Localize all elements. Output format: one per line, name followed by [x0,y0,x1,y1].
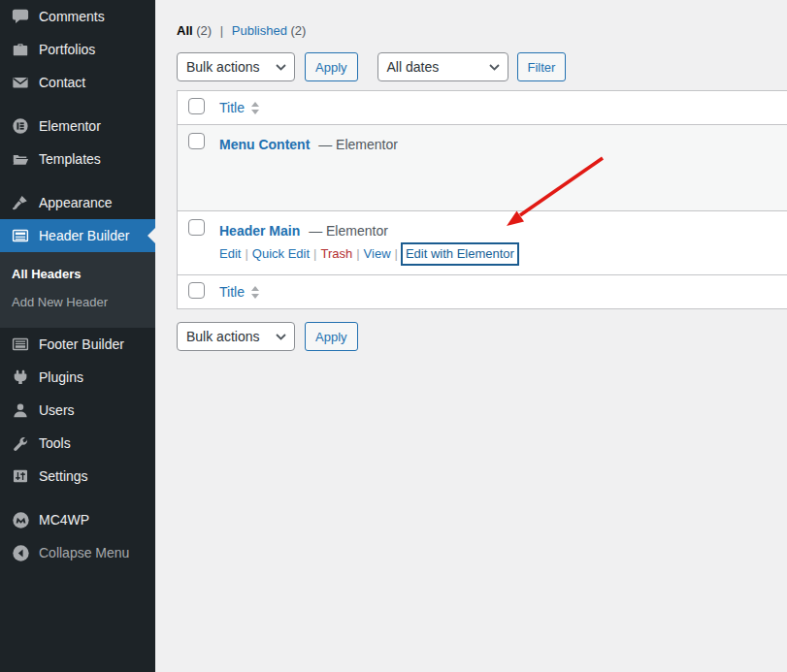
select-all-checkbox[interactable] [188,282,205,299]
action-separator: | [313,246,316,261]
sidebar-item-contact[interactable]: Contact [0,66,155,99]
bulk-actions-select-bottom[interactable]: Bulk actions [177,322,295,351]
sidebar-item-label: Plugins [39,369,83,385]
collapse-menu-button[interactable]: Collapse Menu [0,536,155,569]
admin-sidebar: Comments Portfolios Contact Elementor Te… [0,0,155,672]
table-header-row: Title [178,91,787,124]
sidebar-item-templates[interactable]: Templates [0,143,155,176]
title-column-label: Title [219,284,245,300]
filter-all-count: (2) [196,23,212,38]
trash-action-link[interactable]: Trash [320,246,352,261]
folder-open-icon [11,149,30,169]
sidebar-item-label: Elementor [39,118,101,134]
row-title-cell: Menu Content — Elementor [210,125,787,210]
filter-separator: | [220,23,223,38]
sort-indicator-icon [251,102,259,114]
row-checkbox-cell [178,125,210,152]
settings-icon [11,466,30,486]
post-state-label: — Elementor [318,137,398,152]
edit-with-elementor-link[interactable]: Edit with Elementor [406,246,514,261]
mc4wp-icon [11,510,30,529]
main-content: All (2) | Published (2) Bulk actions App… [155,0,787,672]
title-sort-link[interactable]: Title [219,100,259,115]
sidebar-item-label: Collapse Menu [39,545,129,560]
header-title-cell: Title [210,100,787,115]
footer-layout-icon [11,335,30,354]
sidebar-item-label: Templates [39,151,101,167]
apply-button-bottom[interactable]: Apply [305,322,358,351]
table-row-header-main: Header Main — Elementor Edit|Quick Edit|… [178,210,787,274]
title-sort-link[interactable]: Title [219,284,259,300]
submenu-add-new-header[interactable]: Add New Header [0,288,155,316]
sidebar-item-tools[interactable]: Tools [0,427,155,460]
header-checkbox-cell [178,98,210,117]
menu-separator [0,99,155,110]
view-action-link[interactable]: View [364,246,391,261]
bulk-actions-value: Bulk actions [186,329,259,344]
sort-indicator-icon [251,286,259,299]
sidebar-item-users[interactable]: Users [0,394,155,427]
dates-filter-value: All dates [387,59,440,75]
action-separator: | [395,246,398,261]
elementor-icon [11,116,30,136]
wrench-icon [11,433,30,453]
sidebar-item-elementor[interactable]: Elementor [0,110,155,143]
sidebar-item-portfolios[interactable]: Portfolios [0,33,155,66]
sidebar-item-footer-builder[interactable]: Footer Builder [0,328,155,361]
bulk-actions-select[interactable]: Bulk actions [177,52,295,81]
submenu-all-headers[interactable]: All Headers [0,260,155,288]
sidebar-item-plugins[interactable]: Plugins [0,361,155,394]
sidebar-item-comments[interactable]: Comments [0,0,155,33]
sidebar-item-label: Tools [39,435,71,451]
status-filter-links: All (2) | Published (2) [177,23,787,39]
sidebar-item-header-builder[interactable]: Header Builder [0,219,155,252]
title-column-label: Title [219,100,245,115]
user-icon [11,400,30,420]
sidebar-item-label: Contact [39,75,85,90]
sidebar-item-label: Appearance [39,195,113,210]
mail-icon [11,73,30,92]
row-spacer [219,152,787,199]
row-checkbox[interactable] [188,133,205,149]
sidebar-item-label: MC4WP [39,512,89,528]
menu-separator [0,176,155,186]
top-toolbar: Bulk actions Apply All dates Filter [177,52,787,81]
filter-published-link[interactable]: Published [232,23,287,38]
row-checkbox[interactable] [188,219,205,236]
sidebar-item-mc4wp[interactable]: MC4WP [0,503,155,536]
sidebar-item-label: Header Builder [39,228,129,243]
brush-icon [11,193,30,212]
filter-button[interactable]: Filter [517,52,567,81]
filter-all[interactable]: All [177,23,193,38]
collapse-arrow-icon [11,543,30,562]
select-all-checkbox[interactable] [188,98,205,114]
action-separator: | [245,246,247,261]
dates-filter-select[interactable]: All dates [377,52,508,81]
sidebar-item-label: Settings [39,468,88,484]
post-state-label: — Elementor [309,223,388,239]
bottom-toolbar: Bulk actions Apply [177,322,787,351]
edit-action-link[interactable]: Edit [219,246,241,261]
sidebar-item-label: Footer Builder [39,336,124,352]
quick-edit-action-link[interactable]: Quick Edit [252,246,310,261]
header-layout-icon [11,226,30,245]
annotation-highlight-box: Edit with Elementor [401,242,519,266]
row-title-cell: Header Main — Elementor Edit|Quick Edit|… [210,211,787,274]
sidebar-item-label: Comments [39,9,105,24]
sidebar-item-label: Users [39,402,75,418]
row-title-link[interactable]: Header Main [219,223,300,239]
row-title-link[interactable]: Menu Content [219,137,310,152]
header-builder-submenu: All Headers Add New Header [0,252,155,328]
sidebar-item-settings[interactable]: Settings [0,460,155,493]
table-footer-row: Title [178,274,787,308]
sidebar-item-appearance[interactable]: Appearance [0,186,155,219]
comment-icon [11,7,30,26]
footer-title-cell: Title [210,284,787,300]
headers-list-table: Title Menu Content — Elementor [177,90,787,309]
portfolio-icon [11,40,30,59]
table-row-menu-content: Menu Content — Elementor [178,124,787,210]
action-separator: | [356,246,359,261]
apply-button[interactable]: Apply [305,52,358,81]
chevron-down-icon [276,334,286,340]
footer-checkbox-cell [178,282,210,302]
